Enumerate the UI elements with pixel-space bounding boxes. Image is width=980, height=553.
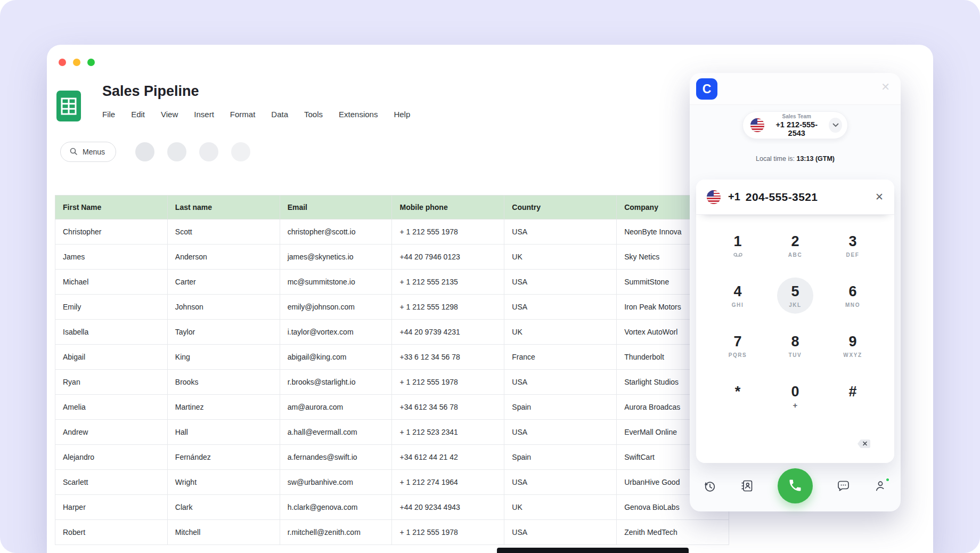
table-cell[interactable]: Alejandro — [55, 445, 168, 470]
table-cell[interactable]: Wright — [167, 470, 280, 495]
call-history-icon[interactable] — [703, 479, 717, 493]
table-cell[interactable]: USA — [504, 370, 617, 395]
table-cell[interactable]: Fernández — [167, 445, 280, 470]
table-cell[interactable]: Mitchell — [167, 520, 280, 545]
table-cell[interactable]: Abigail — [55, 345, 168, 370]
table-cell[interactable]: am@aurora.com — [280, 395, 392, 420]
contacts-book-icon[interactable] — [740, 479, 754, 493]
document-title[interactable]: Sales Pipeline — [102, 83, 199, 100]
table-cell[interactable]: Scott — [167, 219, 280, 245]
table-cell[interactable]: Anderson — [167, 245, 280, 270]
toolbar-placeholder-icon[interactable] — [231, 142, 250, 161]
column-header[interactable]: Email — [280, 196, 392, 219]
menu-file[interactable]: File — [102, 110, 115, 119]
dialpad-key-5[interactable]: 5JKL — [766, 271, 824, 321]
toolbar-placeholder-icon[interactable] — [167, 142, 186, 161]
table-cell[interactable]: USA — [504, 520, 617, 545]
toolbar-placeholder-icon[interactable] — [135, 142, 154, 161]
table-cell[interactable]: Clark — [167, 495, 280, 520]
dialpad-key-4[interactable]: 4GHI — [709, 271, 766, 321]
table-cell[interactable]: Robert — [55, 520, 168, 545]
call-button[interactable] — [778, 468, 813, 503]
menus-search-button[interactable]: Menus — [60, 142, 116, 162]
table-cell[interactable]: i.taylor@vortex.com — [280, 320, 392, 345]
table-cell[interactable]: USA — [504, 295, 617, 320]
table-cell[interactable]: mc@summitstone.io — [280, 270, 392, 295]
dialpad-key-*[interactable]: * — [709, 371, 766, 421]
menu-extensions[interactable]: Extensions — [339, 110, 378, 119]
table-cell[interactable]: h.clark@genova.com — [280, 495, 392, 520]
table-cell[interactable]: Johnson — [167, 295, 280, 320]
column-header[interactable]: Mobile phone — [392, 196, 504, 219]
menu-insert[interactable]: Insert — [194, 110, 214, 119]
table-cell[interactable]: USA — [504, 470, 617, 495]
zoom-window-button[interactable] — [87, 59, 95, 66]
menu-tools[interactable]: Tools — [304, 110, 323, 119]
table-cell[interactable]: abigail@king.com — [280, 345, 392, 370]
table-cell[interactable]: james@skynetics.io — [280, 245, 392, 270]
table-cell[interactable]: Scarlett — [55, 470, 168, 495]
table-cell[interactable]: Ryan — [55, 370, 168, 395]
table-cell[interactable]: +34 612 44 21 42 — [392, 445, 504, 470]
table-cell[interactable]: a.hall@evermall.com — [280, 420, 392, 445]
table-cell[interactable]: James — [55, 245, 168, 270]
table-cell[interactable]: emily@johnson.com — [280, 295, 392, 320]
sms-chat-icon[interactable] — [836, 479, 851, 493]
dialpad-key-6[interactable]: 6MNO — [824, 271, 881, 321]
table-cell[interactable]: Martinez — [167, 395, 280, 420]
table-cell[interactable]: Isabella — [55, 320, 168, 345]
table-cell[interactable]: r.mitchell@zenith.com — [280, 520, 392, 545]
dialpad-key-#[interactable]: # — [824, 371, 881, 421]
dialed-number-input[interactable]: 204-555-3521 — [746, 191, 818, 204]
table-cell[interactable]: Christopher — [55, 219, 168, 245]
clear-number-icon[interactable]: ✕ — [875, 191, 884, 203]
table-cell[interactable]: Andrew — [55, 420, 168, 445]
menu-help[interactable]: Help — [394, 110, 410, 119]
table-cell[interactable]: UK — [504, 320, 617, 345]
table-cell[interactable]: a.fernandes@swift.io — [280, 445, 392, 470]
dialpad-key-8[interactable]: 8TUV — [766, 321, 824, 371]
menu-view[interactable]: View — [161, 110, 178, 119]
dialpad-key-1[interactable]: 1 — [709, 221, 766, 271]
dialpad-key-7[interactable]: 7PQRS — [709, 321, 766, 371]
agents-presence-icon[interactable] — [874, 479, 888, 493]
table-cell[interactable]: +34 612 34 56 78 — [392, 395, 504, 420]
table-cell[interactable]: + 1 212 555 1978 — [392, 520, 504, 545]
table-cell[interactable]: UK — [504, 245, 617, 270]
table-cell[interactable]: + 1 212 555 2135 — [392, 270, 504, 295]
dialpad-key-0[interactable]: 0+ — [766, 371, 824, 421]
menu-format[interactable]: Format — [230, 110, 256, 119]
table-cell[interactable]: + 1 212 555 1978 — [392, 370, 504, 395]
table-cell[interactable]: UK — [504, 495, 617, 520]
table-cell[interactable]: + 1 212 274 1964 — [392, 470, 504, 495]
dialpad-key-3[interactable]: 3DEF — [824, 221, 881, 271]
column-header[interactable]: First Name — [55, 196, 168, 219]
table-cell[interactable]: +44 20 9739 4231 — [392, 320, 504, 345]
table-cell[interactable]: +33 6 12 34 56 78 — [392, 345, 504, 370]
table-cell[interactable]: +44 20 7946 0123 — [392, 245, 504, 270]
dialpad-key-2[interactable]: 2ABC — [766, 221, 824, 271]
menu-data[interactable]: Data — [271, 110, 288, 119]
table-cell[interactable]: +44 20 9234 4943 — [392, 495, 504, 520]
table-cell[interactable]: + 1 212 555 1298 — [392, 295, 504, 320]
toolbar-placeholder-icon[interactable] — [199, 142, 218, 161]
table-cell[interactable]: Taylor — [167, 320, 280, 345]
table-cell[interactable]: Brooks — [167, 370, 280, 395]
column-header[interactable]: Last name — [167, 196, 280, 219]
table-cell[interactable]: Hall — [167, 420, 280, 445]
minimize-window-button[interactable] — [73, 59, 80, 66]
backspace-icon[interactable] — [857, 439, 871, 450]
table-cell[interactable]: USA — [504, 219, 617, 245]
table-cell[interactable]: Carter — [167, 270, 280, 295]
close-dialer-icon[interactable]: ✕ — [881, 82, 890, 92]
menu-edit[interactable]: Edit — [131, 110, 145, 119]
table-cell[interactable]: + 1 212 523 2341 — [392, 420, 504, 445]
table-cell[interactable]: Amelia — [55, 395, 168, 420]
table-cell[interactable]: USA — [504, 270, 617, 295]
table-cell[interactable]: Michael — [55, 270, 168, 295]
column-header[interactable]: Country — [504, 196, 617, 219]
close-window-button[interactable] — [59, 59, 66, 66]
table-cell[interactable]: + 1 212 555 1978 — [392, 219, 504, 245]
table-cell[interactable]: France — [504, 345, 617, 370]
table-cell[interactable]: Zenith MedTech — [617, 520, 729, 545]
